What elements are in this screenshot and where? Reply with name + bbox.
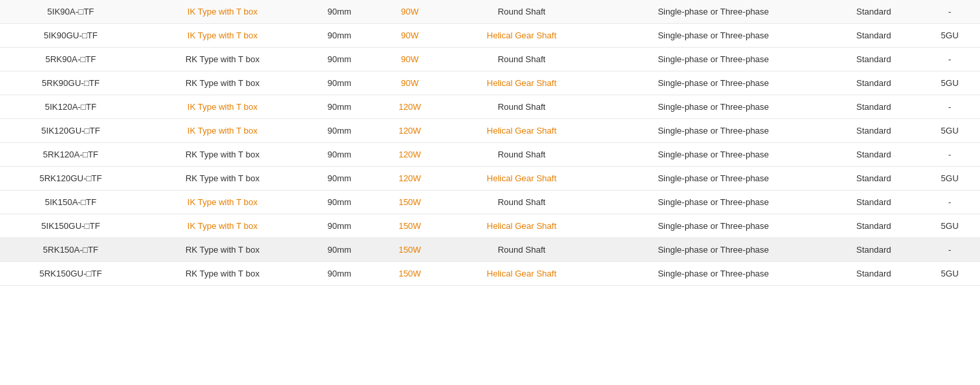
type-cell: RK Type with T box	[141, 167, 303, 191]
size-cell: 90mm	[303, 95, 375, 119]
type-cell: IK Type with T box	[141, 0, 303, 24]
phase-cell: Single-phase or Three-phase	[599, 167, 828, 191]
power-cell: 90W	[375, 0, 445, 24]
size-cell: 90mm	[303, 0, 375, 24]
shaft-cell: Round Shaft	[444, 238, 599, 262]
standard-cell: Standard	[828, 191, 920, 214]
standard-cell: Standard	[828, 143, 920, 167]
type-cell: IK Type with T box	[141, 191, 303, 214]
phase-cell: Single-phase or Three-phase	[599, 262, 828, 286]
type-cell: RK Type with T box	[141, 262, 303, 286]
size-cell: 90mm	[303, 238, 375, 262]
size-cell: 90mm	[303, 48, 375, 71]
shaft-cell: Round Shaft	[444, 48, 599, 71]
type-cell: RK Type with T box	[141, 238, 303, 262]
model-cell: 5IK150A-□TF	[0, 191, 141, 214]
type-cell: RK Type with T box	[141, 48, 303, 71]
product-table: 5IK90A-□TF IK Type with T box 90mm 90W R…	[0, 0, 980, 286]
phase-cell: Single-phase or Three-phase	[599, 238, 828, 262]
standard-cell: Standard	[828, 0, 920, 24]
shaft-cell: Helical Gear Shaft	[444, 167, 599, 191]
power-cell: 150W	[375, 262, 445, 286]
table-row: 5IK90A-□TF IK Type with T box 90mm 90W R…	[0, 0, 980, 24]
table-row: 5IK150A-□TF IK Type with T box 90mm 150W…	[0, 191, 980, 214]
power-cell: 150W	[375, 238, 445, 262]
type-cell: IK Type with T box	[141, 119, 303, 143]
gear-cell: 5GU	[919, 262, 980, 286]
gear-cell: 5GU	[919, 24, 980, 48]
model-cell: 5RK150A-□TF	[0, 238, 141, 262]
table-row: 5RK90A-□TF RK Type with T box 90mm 90W R…	[0, 48, 980, 71]
size-cell: 90mm	[303, 167, 375, 191]
shaft-cell: Round Shaft	[444, 143, 599, 167]
power-cell: 120W	[375, 119, 445, 143]
phase-cell: Single-phase or Three-phase	[599, 143, 828, 167]
phase-cell: Single-phase or Three-phase	[599, 119, 828, 143]
type-cell: RK Type with T box	[141, 71, 303, 95]
standard-cell: Standard	[828, 262, 920, 286]
standard-cell: Standard	[828, 95, 920, 119]
phase-cell: Single-phase or Three-phase	[599, 48, 828, 71]
table-row: 5IK120A-□TF IK Type with T box 90mm 120W…	[0, 95, 980, 119]
table-row: 5RK90GU-□TF RK Type with T box 90mm 90W …	[0, 71, 980, 95]
phase-cell: Single-phase or Three-phase	[599, 214, 828, 238]
phase-cell: Single-phase or Three-phase	[599, 71, 828, 95]
phase-cell: Single-phase or Three-phase	[599, 24, 828, 48]
model-cell: 5IK150GU-□TF	[0, 214, 141, 238]
phase-cell: Single-phase or Three-phase	[599, 191, 828, 214]
shaft-cell: Round Shaft	[444, 191, 599, 214]
size-cell: 90mm	[303, 262, 375, 286]
standard-cell: Standard	[828, 48, 920, 71]
standard-cell: Standard	[828, 167, 920, 191]
size-cell: 90mm	[303, 24, 375, 48]
size-cell: 90mm	[303, 191, 375, 214]
shaft-cell: Helical Gear Shaft	[444, 214, 599, 238]
size-cell: 90mm	[303, 214, 375, 238]
gear-cell: 5GU	[919, 119, 980, 143]
shaft-cell: Helical Gear Shaft	[444, 71, 599, 95]
standard-cell: Standard	[828, 238, 920, 262]
table-row: 5IK90GU-□TF IK Type with T box 90mm 90W …	[0, 24, 980, 48]
size-cell: 90mm	[303, 119, 375, 143]
size-cell: 90mm	[303, 143, 375, 167]
type-cell: IK Type with T box	[141, 24, 303, 48]
gear-cell: 5GU	[919, 214, 980, 238]
table-row: 5IK120GU-□TF IK Type with T box 90mm 120…	[0, 119, 980, 143]
standard-cell: Standard	[828, 214, 920, 238]
power-cell: 120W	[375, 143, 445, 167]
power-cell: 90W	[375, 48, 445, 71]
gear-cell: 5GU	[919, 167, 980, 191]
shaft-cell: Round Shaft	[444, 95, 599, 119]
type-cell: IK Type with T box	[141, 95, 303, 119]
phase-cell: Single-phase or Three-phase	[599, 0, 828, 24]
model-cell: 5IK120GU-□TF	[0, 119, 141, 143]
table-row: 5RK120GU-□TF RK Type with T box 90mm 120…	[0, 167, 980, 191]
standard-cell: Standard	[828, 71, 920, 95]
table-row: 5IK150GU-□TF IK Type with T box 90mm 150…	[0, 214, 980, 238]
model-cell: 5RK120A-□TF	[0, 143, 141, 167]
table-row: 5RK120A-□TF RK Type with T box 90mm 120W…	[0, 143, 980, 167]
shaft-cell: Helical Gear Shaft	[444, 119, 599, 143]
model-cell: 5RK90GU-□TF	[0, 71, 141, 95]
standard-cell: Standard	[828, 24, 920, 48]
table-row: 5RK150GU-□TF RK Type with T box 90mm 150…	[0, 262, 980, 286]
power-cell: 120W	[375, 95, 445, 119]
model-cell: 5RK150GU-□TF	[0, 262, 141, 286]
shaft-cell: Round Shaft	[444, 0, 599, 24]
table-row: 5RK150A-□TF RK Type with T box 90mm 150W…	[0, 238, 980, 262]
gear-cell: -	[919, 143, 980, 167]
size-cell: 90mm	[303, 71, 375, 95]
gear-cell: -	[919, 95, 980, 119]
gear-cell: 5GU	[919, 71, 980, 95]
model-cell: 5IK90GU-□TF	[0, 24, 141, 48]
shaft-cell: Helical Gear Shaft	[444, 262, 599, 286]
type-cell: IK Type with T box	[141, 214, 303, 238]
type-cell: RK Type with T box	[141, 143, 303, 167]
power-cell: 90W	[375, 71, 445, 95]
model-cell: 5IK90A-□TF	[0, 0, 141, 24]
gear-cell: -	[919, 191, 980, 214]
gear-cell: -	[919, 48, 980, 71]
standard-cell: Standard	[828, 119, 920, 143]
power-cell: 90W	[375, 24, 445, 48]
gear-cell: -	[919, 0, 980, 24]
